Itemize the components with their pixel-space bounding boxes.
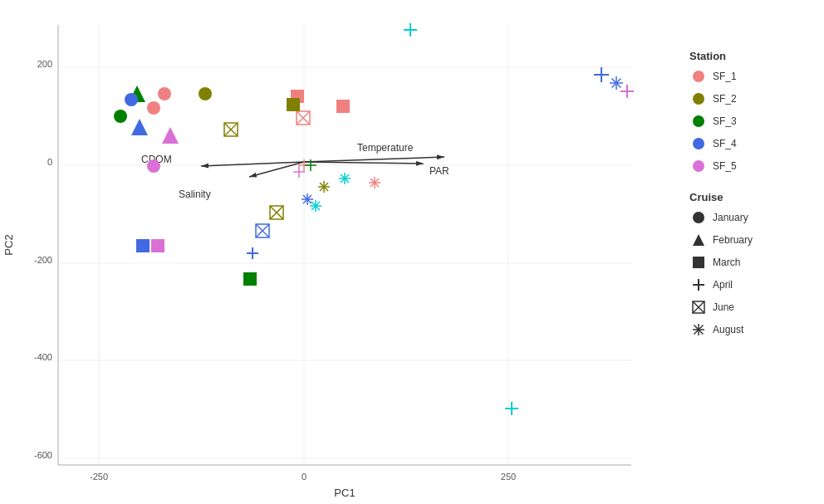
point-sf5-apr bbox=[293, 166, 305, 178]
svg-marker-77 bbox=[693, 234, 704, 246]
legend-station-title: Station bbox=[689, 50, 816, 62]
point-sf1-jan2 bbox=[147, 101, 160, 115]
legend-item-august: August bbox=[689, 321, 816, 339]
point-sf1-jun bbox=[297, 111, 310, 125]
svg-point-71 bbox=[693, 71, 704, 82]
svg-point-76 bbox=[693, 212, 704, 223]
point-sf4-jan bbox=[125, 93, 138, 106]
label-salinity: Salinity bbox=[179, 188, 211, 200]
point-sf2-jan bbox=[199, 87, 212, 100]
svg-text:250: 250 bbox=[501, 472, 516, 482]
x-axis-title: PC1 bbox=[334, 487, 355, 499]
point-sf5-feb bbox=[162, 127, 179, 144]
svg-text:200: 200 bbox=[37, 59, 52, 69]
legend-label-march: March bbox=[713, 257, 740, 268]
point-cyan-aug2 bbox=[310, 200, 321, 212]
point-cyan-aug-center bbox=[339, 173, 351, 184]
svg-text:-600: -600 bbox=[34, 450, 52, 460]
chart-area: 200 0 -200 -400 -600 -250 0 250 PC1 bbox=[0, 0, 681, 504]
y-axis-labels: 200 0 -200 -400 -600 bbox=[34, 59, 52, 460]
point-sf2-aug bbox=[318, 181, 330, 193]
legend-label-sf5: SF_5 bbox=[713, 160, 737, 172]
svg-text:-400: -400 bbox=[34, 352, 52, 362]
point-sf3-mar bbox=[243, 272, 257, 286]
legend-item-sf1: SF_1 bbox=[689, 67, 816, 86]
label-par: PAR bbox=[429, 165, 449, 177]
arrow-temperature bbox=[304, 157, 444, 162]
point-sf1-aug bbox=[369, 177, 380, 188]
legend-symbol-sf1 bbox=[689, 67, 708, 86]
point-sf5-apr-topright bbox=[620, 85, 634, 98]
legend-label-june: June bbox=[713, 301, 734, 313]
legend-label-april: April bbox=[713, 279, 733, 291]
legend-label-february: February bbox=[713, 234, 753, 246]
legend-item-january: January bbox=[689, 208, 816, 227]
legend-symbol-sf5 bbox=[689, 157, 708, 175]
legend-item-sf4: SF_4 bbox=[689, 135, 816, 153]
svg-text:0: 0 bbox=[302, 472, 307, 482]
legend-item-february: February bbox=[689, 231, 816, 249]
point-sf2-jun2 bbox=[224, 123, 238, 136]
point-sf4-jun bbox=[256, 224, 269, 237]
legend-symbol-august bbox=[689, 321, 708, 339]
point-sf1-mar2 bbox=[336, 100, 350, 113]
svg-point-73 bbox=[693, 115, 704, 127]
legend-symbol-february bbox=[689, 231, 708, 249]
legend-symbol-sf4 bbox=[689, 135, 708, 153]
legend-label-sf3: SF_3 bbox=[713, 115, 737, 127]
point-sf1-jan bbox=[158, 87, 171, 100]
legend-item-june: June bbox=[689, 298, 816, 316]
svg-text:-200: -200 bbox=[34, 255, 52, 265]
legend-symbol-march bbox=[689, 253, 708, 272]
legend-symbol-january bbox=[689, 208, 708, 227]
point-sf4-mar bbox=[136, 239, 150, 252]
legend-cruise-title: Cruise bbox=[689, 191, 816, 203]
legend-symbol-sf2 bbox=[689, 90, 708, 108]
point-sf2-mar bbox=[287, 98, 300, 111]
svg-point-74 bbox=[693, 138, 704, 149]
legend-label-sf4: SF_4 bbox=[713, 138, 737, 149]
point-sf4-aug bbox=[302, 193, 313, 205]
legend-symbol-june bbox=[689, 298, 708, 316]
legend-item-march: March bbox=[689, 253, 816, 272]
legend-item-sf2: SF_2 bbox=[689, 90, 816, 108]
legend-label-january: January bbox=[713, 212, 748, 223]
legend-item-sf5: SF_5 bbox=[689, 157, 816, 175]
point-sf4-apr bbox=[594, 67, 609, 82]
point-sf3-jan bbox=[114, 110, 127, 123]
legend-label-sf1: SF_1 bbox=[713, 71, 737, 82]
svg-point-75 bbox=[693, 160, 704, 172]
point-sf3-apr-top bbox=[404, 23, 417, 37]
point-sf5-jan bbox=[147, 159, 160, 173]
svg-rect-78 bbox=[693, 257, 704, 268]
legend-item-april: April bbox=[689, 276, 816, 294]
legend-label-sf2: SF_2 bbox=[713, 93, 737, 105]
arrow-par bbox=[304, 162, 424, 164]
label-temperature: Temperature bbox=[357, 142, 414, 154]
y-axis-title: PC2 bbox=[2, 234, 15, 255]
legend-symbol-april bbox=[689, 276, 708, 294]
svg-text:0: 0 bbox=[47, 157, 52, 167]
y-grid bbox=[58, 67, 631, 458]
point-sf3-apr-center bbox=[247, 247, 258, 259]
point-sf2-jun bbox=[270, 206, 283, 219]
svg-point-72 bbox=[693, 93, 704, 105]
legend-item-sf3: SF_3 bbox=[689, 112, 816, 130]
point-sf5-mar bbox=[151, 239, 164, 252]
legend-area: Station SF_1 SF_2 SF_3 SF_4 SF_5 Cruise bbox=[681, 0, 824, 504]
x-axis-labels: -250 0 250 bbox=[90, 472, 516, 482]
point-cyan-apr bbox=[505, 402, 518, 415]
point-sf3-aug-topright bbox=[610, 76, 623, 90]
point-sf4-feb bbox=[131, 119, 148, 135]
svg-text:-250: -250 bbox=[90, 472, 108, 482]
legend-symbol-sf3 bbox=[689, 112, 708, 130]
legend-label-august: August bbox=[713, 324, 743, 335]
